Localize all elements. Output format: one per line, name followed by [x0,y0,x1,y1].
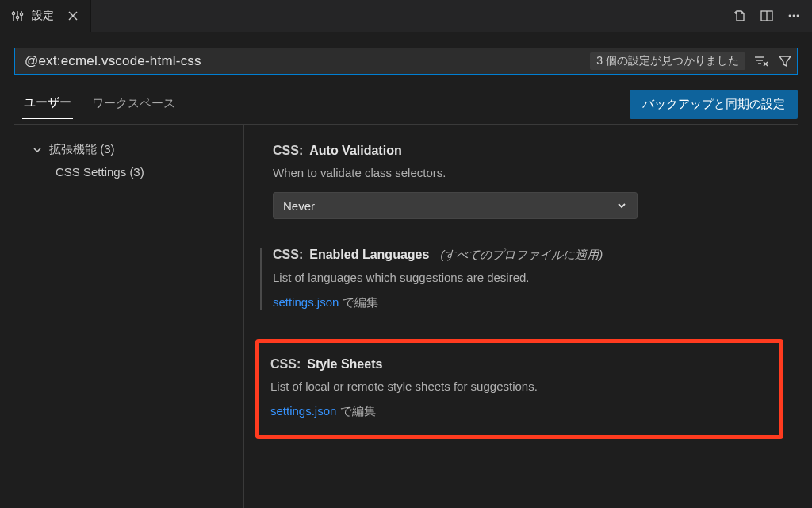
settings-json-link[interactable]: settings.json [273,295,339,309]
search-hit-count: 3 個の設定が見つかりました [590,52,745,70]
split-editor-icon[interactable] [760,9,774,23]
setting-desc: List of languages which suggestions are … [273,271,779,284]
more-icon[interactable] [787,9,801,23]
new-file-icon[interactable] [733,9,747,23]
setting-prefix: CSS: [270,357,301,371]
toc-group-label: 拡張機能 (3) [49,142,115,157]
filter-icon[interactable] [777,53,793,69]
setting-style-sheets: CSS: Style Sheets List of local or remot… [270,357,768,419]
highlight-box: CSS: Style Sheets List of local or remot… [255,339,783,439]
settings-toc: 拡張機能 (3) CSS Settings (3) [14,125,244,508]
setting-prefix: CSS: [273,248,303,262]
settings-body: 拡張機能 (3) CSS Settings (3) CSS: Auto Vali… [14,125,798,508]
link-suffix: で編集 [336,404,375,418]
svg-point-12 [789,15,791,17]
svg-point-14 [797,15,799,17]
scope-row: ユーザー ワークスペース バックアップと同期の設定 [14,89,798,119]
edit-in-settings-json[interactable]: settings.json で編集 [273,295,779,310]
setting-desc: When to validate class selectors. [273,166,779,179]
select-value: Never [283,199,315,213]
chevron-down-icon [616,200,627,211]
search-right: 3 個の設定が見つかりました [590,52,793,70]
toc-item-css-settings[interactable]: CSS Settings (3) [32,165,236,179]
setting-prefix: CSS: [273,144,303,158]
sync-settings-button[interactable]: バックアップと同期の設定 [630,90,798,119]
close-icon[interactable] [67,10,79,22]
titlebar-spacer [91,0,722,32]
scope-tabs: ユーザー ワークスペース [14,89,177,119]
sliders-icon [11,10,24,22]
tab-settings[interactable]: 設定 [0,0,91,32]
setting-title: CSS: Enabled Languages (すべてのプロファイルに適用) [273,248,779,263]
settings-json-link[interactable]: settings.json [270,404,336,418]
setting-auto-validation: CSS: Auto Validation When to validate cl… [273,144,779,219]
svg-point-3 [16,16,18,18]
svg-point-5 [20,13,22,15]
svg-point-1 [12,12,14,14]
setting-select[interactable]: Never [273,192,638,219]
titlebar: 設定 [0,0,812,32]
clear-filter-icon[interactable] [753,53,769,69]
link-suffix: で編集 [339,295,377,309]
settings-list: CSS: Auto Validation When to validate cl… [244,125,798,508]
setting-name: Style Sheets [307,357,382,371]
setting-title: CSS: Style Sheets [270,357,768,371]
toc-group-extensions[interactable]: 拡張機能 (3) [32,139,236,160]
scope-tab-workspace[interactable]: ワークスペース [90,90,177,119]
search-row: 3 個の設定が見つかりました [14,48,798,75]
svg-point-13 [793,15,795,17]
chevron-down-icon [32,144,43,156]
tab-title: 設定 [32,9,54,23]
setting-name: Enabled Languages [309,248,429,262]
edit-in-settings-json[interactable]: settings.json で編集 [270,404,768,419]
setting-enabled-languages: CSS: Enabled Languages (すべてのプロファイルに適用) L… [260,248,779,310]
settings-editor: 3 個の設定が見つかりました ユーザー ワークスペース バックアップと同期の設定 [0,32,812,508]
titlebar-actions [722,0,812,32]
scope-tab-user[interactable]: ユーザー [22,89,73,119]
setting-name: Auto Validation [309,144,401,158]
setting-desc: List of local or remote style sheets for… [270,379,768,393]
setting-title: CSS: Auto Validation [273,144,779,158]
setting-scope: (すべてのプロファイルに適用) [440,248,603,263]
